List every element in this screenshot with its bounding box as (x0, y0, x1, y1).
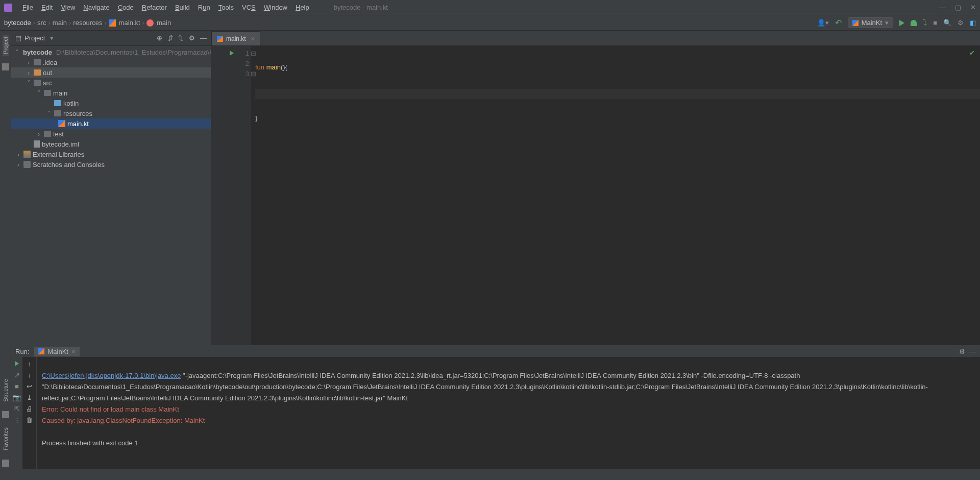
close-tab-icon[interactable]: × (71, 348, 76, 355)
root-name: bytecode (23, 49, 52, 56)
run-header: Run: MainKt × ⚙ — (11, 346, 980, 357)
up-icon[interactable]: ↑ (26, 360, 33, 367)
rerun-icon[interactable] (13, 360, 20, 367)
search-icon[interactable]: 🔍 (943, 19, 951, 27)
settings-icon[interactable]: ⚙ (958, 19, 964, 27)
collapse-all-icon[interactable]: ⇅ (178, 34, 184, 42)
tree-root[interactable]: ˅ bytecode D:\Biblioteca\Documentos\1_Es… (11, 47, 211, 57)
left-tool-strip: Project Structure Favorites (0, 31, 11, 469)
run-config-label: MainKt (862, 19, 882, 27)
window-title: bytecode - main.kt (334, 4, 388, 11)
stop-button[interactable]: ■ (933, 19, 937, 27)
tree-kotlin[interactable]: kotlin (11, 98, 211, 108)
more-icon[interactable]: ⋮ (13, 416, 20, 423)
folder-icon (54, 110, 61, 116)
gear-icon[interactable]: ⚙ (189, 34, 195, 42)
project-panel-header: ▤ Project ▾ ⊕ ⇵ ⇅ ⚙ — (11, 31, 211, 46)
close-tab-icon[interactable]: × (251, 35, 255, 42)
stop-icon[interactable]: ↗ (13, 371, 20, 378)
menu-build[interactable]: Build (171, 4, 194, 11)
crumb-main[interactable]: main (53, 19, 67, 27)
folder-icon (44, 131, 51, 137)
menu-view[interactable]: View (57, 4, 79, 11)
tree-out[interactable]: › out (11, 67, 211, 78)
tree-external[interactable]: › External Libraries (11, 149, 211, 159)
debug-button[interactable] (911, 20, 917, 26)
scratch-icon (23, 161, 31, 168)
tree-resources[interactable]: ˅ resources (11, 108, 211, 118)
menu-file[interactable]: File (18, 4, 37, 11)
structure-icon[interactable] (2, 411, 9, 418)
undo-arrow-icon[interactable]: ↶ (835, 18, 842, 28)
project-tree[interactable]: ˅ bytecode D:\Biblioteca\Documentos\1_Es… (11, 46, 211, 345)
favorites-icon[interactable] (2, 460, 9, 467)
menu-run[interactable]: Run (194, 4, 214, 11)
console-output[interactable]: C:\Users\jefer\.jdks\openjdk-17.0.1\bin\… (37, 357, 980, 469)
clear-icon[interactable]: 🗑 (26, 416, 33, 423)
down-icon[interactable]: ↓ (26, 371, 33, 378)
print-icon[interactable]: 🖨 (26, 405, 33, 412)
inspection-ok-icon[interactable]: ✔ (969, 49, 975, 57)
dump-icon[interactable]: 📷 (13, 394, 20, 401)
tree-main[interactable]: ˅ main (11, 88, 211, 98)
editor-tabbar: main.kt × (211, 31, 980, 46)
add-user-icon[interactable]: 👤▾ (817, 19, 829, 27)
editor-body[interactable]: 1⊟ 2 3⊟ fun main(){ } ✔ (211, 46, 980, 345)
folder-icon (34, 69, 41, 76)
run-button[interactable] (899, 20, 904, 26)
run-tab[interactable]: MainKt × (34, 347, 79, 356)
select-opened-file-icon[interactable]: ⊕ (157, 34, 162, 42)
menu-code[interactable]: Code (114, 4, 138, 11)
run-config-selector[interactable]: MainKt ▾ (848, 17, 893, 28)
crumb-resources[interactable]: resources (73, 19, 102, 27)
editor-tab-mainkt[interactable]: main.kt × (211, 31, 260, 45)
crumb-src[interactable]: src (37, 19, 46, 27)
gear-icon[interactable]: ⚙ (959, 348, 965, 355)
tree-src[interactable]: ˅ src (11, 78, 211, 88)
menu-edit[interactable]: Edit (37, 4, 57, 11)
menu-help[interactable]: Help (291, 4, 313, 11)
menu-refactor[interactable]: Refactor (138, 4, 171, 11)
tree-test[interactable]: › test (11, 129, 211, 139)
kotlin-file-icon (58, 120, 65, 127)
coverage-button[interactable]: ⤵ (923, 18, 927, 28)
minimize-icon[interactable]: — (939, 4, 946, 11)
editor: main.kt × 1⊟ 2 3⊟ fun main(){ } (211, 31, 980, 345)
tree-scratches[interactable]: › Scratches and Consoles (11, 159, 211, 170)
menu-tools[interactable]: Tools (214, 4, 238, 11)
menu-vcs[interactable]: VCS (238, 4, 260, 11)
tree-iml[interactable]: bytecode.iml (11, 139, 211, 149)
ide-update-icon[interactable]: ◧ (970, 19, 976, 27)
folder-icon (34, 80, 41, 86)
editor-tab-label: main.kt (226, 35, 246, 42)
code-area[interactable]: fun main(){ } (251, 46, 980, 345)
scroll-end-icon[interactable]: ⤓ (26, 394, 33, 401)
crumb-file[interactable]: main.kt (119, 19, 140, 27)
exit-icon[interactable]: ⇱ (13, 405, 20, 412)
kotlin-logo-icon (852, 20, 859, 26)
project-view-icon: ▤ (15, 34, 21, 42)
gutter-run-icon[interactable] (230, 51, 234, 56)
console-java-path[interactable]: C:\Users\jefer\.jdks\openjdk-17.0.1\bin\… (42, 372, 181, 379)
bookmark-icon[interactable] (2, 63, 9, 70)
expand-all-icon[interactable]: ⇵ (167, 34, 173, 42)
menu-window[interactable]: Window (260, 4, 291, 11)
side-tab-favorites[interactable]: Favorites (3, 425, 9, 452)
close-icon[interactable]: ✕ (970, 4, 976, 11)
run-label: Run: (15, 348, 29, 355)
chevron-down-icon[interactable]: ▾ (50, 34, 54, 42)
tree-mainkt[interactable]: main.kt (11, 118, 211, 129)
hide-panel-icon[interactable]: — (200, 34, 207, 42)
app-icon (4, 4, 12, 12)
maximize-icon[interactable]: ▢ (955, 4, 961, 11)
soft-wrap-icon[interactable]: ↩ (26, 382, 33, 390)
tree-idea[interactable]: › .idea (11, 57, 211, 67)
stop-square-icon[interactable]: ■ (13, 382, 20, 390)
side-tab-structure[interactable]: Structure (3, 377, 9, 404)
project-panel-title[interactable]: Project (24, 34, 45, 42)
crumb-project[interactable]: bytecode (4, 19, 31, 27)
hide-panel-icon[interactable]: — (969, 348, 976, 355)
crumb-fn[interactable]: main (157, 19, 171, 27)
menu-navigate[interactable]: Navigate (79, 4, 113, 11)
side-tab-project[interactable]: Project (3, 35, 9, 56)
